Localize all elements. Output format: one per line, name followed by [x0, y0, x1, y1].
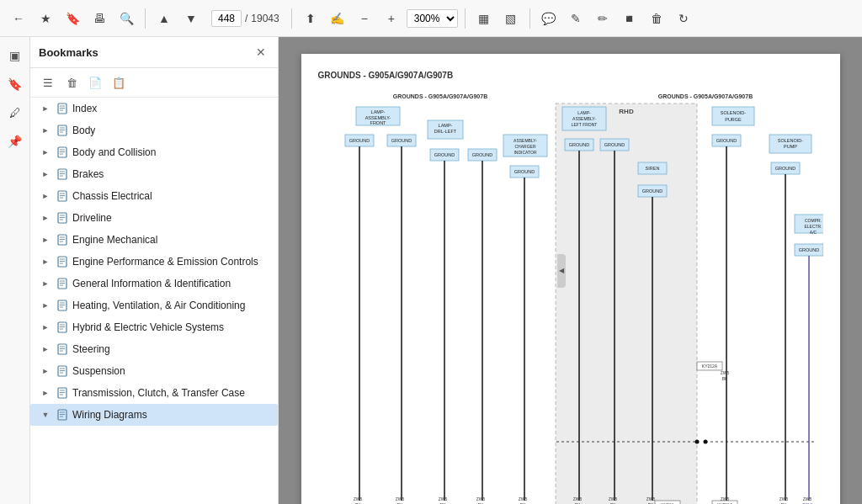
rhd-wire-label-1: ZW5: [572, 496, 582, 501]
zoom-search-button[interactable]: 🔍: [114, 7, 138, 30]
forward-button[interactable]: ★: [34, 7, 57, 30]
zoom-select[interactable]: 300% 200% 150% 100% 75%: [407, 9, 458, 28]
comp-r-ground-2-label: GROUND: [774, 166, 795, 171]
expand-icon-index: ►: [39, 102, 52, 115]
icon-bar-annot-btn[interactable]: 🖊: [3, 101, 27, 125]
sidebar-delete-btn[interactable]: 🗑: [61, 72, 82, 93]
sidebar-close-button[interactable]: ✕: [253, 44, 269, 61]
expand-icon-hvac: ►: [39, 299, 52, 312]
sidebar-item-body[interactable]: ► Body: [30, 119, 278, 141]
comp-ground-1-label: GROUND: [349, 138, 369, 143]
sidebar-item-label-hybrid: Hybrid & Electric Vehicle Systems: [72, 321, 224, 333]
r-wire-label-3: ZW5: [802, 496, 811, 501]
wire-label-3: ZW5: [438, 496, 447, 501]
comp-rhd-lamp-left-l1: LAMP-: [577, 110, 591, 115]
sidebar-item-brakes[interactable]: ► Brakes: [30, 163, 278, 185]
svg-rect-32: [58, 279, 67, 289]
connector-ky212a-label: KY212A: [701, 363, 717, 369]
svg-rect-44: [58, 344, 67, 354]
icon-bar-page-btn[interactable]: ▣: [3, 44, 27, 67]
sidebar-item-label-index: Index: [72, 103, 97, 114]
svg-rect-12: [58, 169, 67, 179]
page-number-input[interactable]: [211, 10, 242, 27]
back-button[interactable]: ←: [7, 7, 30, 30]
comp-r-ground-1-label: GROUND: [716, 138, 736, 143]
book-icon-driveline: [56, 211, 69, 225]
sidebar-expand-btn[interactable]: 📄: [84, 72, 106, 93]
rhd-region: [556, 103, 697, 504]
book-icon-chassis: [56, 189, 69, 203]
sidebar-item-engine-mech[interactable]: ► Engine Mechanical: [30, 229, 278, 251]
svg-rect-56: [58, 410, 67, 420]
sidebar-collapse-handle[interactable]: ◀: [557, 254, 566, 288]
sidebar-item-wiring[interactable]: ▼ Wiring Diagrams: [30, 404, 278, 426]
r-wire-ky212-label-b: BK: [721, 376, 727, 381]
comp-ground-2-label: GROUND: [391, 138, 411, 143]
diagram-title-left: GROUNDS - G905A/G907A/G907B: [392, 93, 487, 99]
expand-icon-wiring: ▼: [39, 408, 52, 422]
sidebar-item-suspension[interactable]: ► Suspension: [30, 360, 278, 382]
sidebar-toolbar: ☰ 🗑 📄 📋: [30, 68, 278, 98]
comp-solenoid-purge-l1: SOLENOID-: [720, 110, 745, 115]
sidebar-title: Bookmarks: [39, 46, 98, 59]
thumbnails-button[interactable]: ▧: [499, 7, 523, 30]
pdf-area[interactable]: ◀ GROUNDS - G905A/G907A/G907B GROUNDS - …: [279, 37, 862, 504]
book-icon-brakes: [56, 167, 69, 181]
page-separator: /: [245, 13, 247, 24]
bookmark-button[interactable]: 🔖: [61, 7, 84, 30]
expand-icon-general-info: ►: [39, 277, 52, 290]
fit-page-button[interactable]: ▦: [472, 7, 496, 30]
sidebar-item-label-body: Body: [72, 125, 95, 136]
pan-tool-button[interactable]: ✍: [326, 7, 349, 30]
icon-bar-clip-btn[interactable]: 📌: [3, 130, 27, 153]
comp-solenoid-pump-l1: SOLENOID-: [777, 138, 802, 143]
sidebar-item-body-collision[interactable]: ► Body and Collision: [30, 141, 278, 163]
zoom-in-button[interactable]: +: [380, 7, 403, 30]
print-button[interactable]: 🖶: [88, 7, 111, 30]
undo-button[interactable]: ↻: [672, 7, 695, 30]
comp-lamp-drl-label: LAMP-: [438, 123, 452, 128]
svg-rect-4: [58, 125, 67, 135]
main-area: ▣ 🔖 🖊 📌 Bookmarks ✕ ☰ 🗑 📄 📋 ► Index: [0, 37, 862, 504]
sidebar-item-label-transmission: Transmission, Clutch, & Transfer Case: [72, 387, 245, 399]
sidebar-collapse-btn[interactable]: 📋: [108, 72, 130, 93]
sidebar-item-label-body-collision: Body and Collision: [72, 146, 156, 158]
sidebar-item-hvac[interactable]: ► Heating, Ventilation, & Air Conditioni…: [30, 294, 278, 316]
book-icon-transmission: [56, 386, 69, 400]
comp-solenoid-pump-l2: PUMP: [784, 144, 797, 149]
book-icon-steering: [56, 342, 69, 356]
icon-bar-bookmark-btn[interactable]: 🔖: [3, 72, 27, 96]
svg-rect-20: [58, 213, 67, 223]
sidebar-item-engine-perf[interactable]: ► Engine Performance & Emission Controls: [30, 251, 278, 273]
sidebar-item-steering[interactable]: ► Steering: [30, 338, 278, 360]
rhd-label: RHD: [619, 108, 634, 115]
nav-down-button[interactable]: ▼: [179, 7, 203, 30]
sidebar-item-transmission[interactable]: ► Transmission, Clutch, & Transfer Case: [30, 382, 278, 404]
toolbar: ← ★ 🔖 🖶 🔍 ▲ ▼ / 19043 ⬆ ✍ − + 300% 200% …: [0, 0, 862, 37]
draw-button[interactable]: ✎: [564, 7, 588, 30]
delete-button[interactable]: 🗑: [645, 7, 668, 30]
comment-button[interactable]: 💬: [537, 7, 561, 30]
sidebar-item-hybrid[interactable]: ► Hybrid & Electric Vehicle Systems: [30, 316, 278, 338]
separator-2: [291, 8, 292, 29]
sidebar-item-driveline[interactable]: ► Driveline: [30, 207, 278, 229]
sidebar-item-chassis[interactable]: ► Chassis Electrical: [30, 185, 278, 207]
sidebar-item-general-info[interactable]: ► General Information & Identification: [30, 273, 278, 294]
highlight-button[interactable]: ✏: [591, 7, 615, 30]
comp-lamp-front-label3: FRONT: [370, 120, 386, 125]
book-icon-wiring: [56, 408, 69, 422]
comp-ground-3-label: GROUND: [434, 152, 454, 157]
page-total: 19043: [251, 13, 279, 24]
book-icon-suspension: [56, 364, 69, 378]
comp-charger-label2: CHARGER: [514, 144, 535, 149]
comp-rhd-ground-2-label: GROUND: [604, 142, 624, 147]
nav-up-button[interactable]: ▲: [152, 7, 176, 30]
sidebar-item-index[interactable]: ► Index: [30, 98, 278, 119]
sidebar-item-label-hvac: Heating, Ventilation, & Air Conditioning: [72, 300, 245, 311]
cursor-tool-button[interactable]: ⬆: [299, 7, 322, 30]
comp-compressor-l1: COMPR.: [805, 218, 822, 223]
sidebar-menu-btn[interactable]: ☰: [37, 72, 59, 93]
redact-button[interactable]: ◾: [618, 7, 641, 30]
zoom-out-button[interactable]: −: [353, 7, 376, 30]
comp-siren-label: SIREN: [645, 166, 659, 171]
